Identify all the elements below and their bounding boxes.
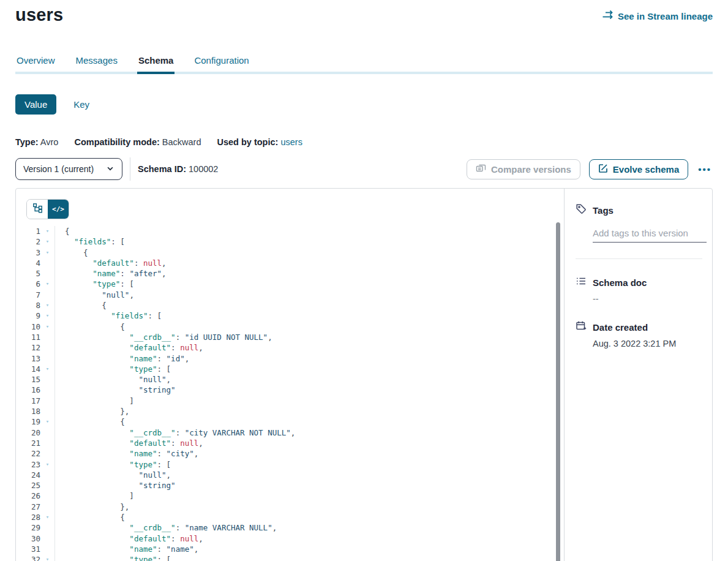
schema-type-label: Type: [15, 137, 39, 147]
fold-toggle-icon [40, 470, 54, 480]
page-header: users See in Stream lineage [15, 0, 713, 25]
chevron-down-icon [106, 164, 114, 175]
code-line: 26 ] [16, 491, 564, 501]
tab-messages[interactable]: Messages [75, 51, 119, 72]
code-text: "default": null, [55, 533, 203, 544]
line-number: 31 [16, 544, 40, 554]
code-line: 29 "__crdb__": "name VARCHAR NULL", [16, 522, 564, 533]
tab-overview[interactable]: Overview [15, 51, 56, 72]
fold-toggle-icon [40, 385, 54, 395]
code-view-button[interactable]: </> [48, 200, 69, 219]
code-line: 28▾ { [16, 512, 564, 522]
evolve-schema-label: Evolve schema [613, 164, 679, 175]
code-line: 10▾ { [16, 322, 564, 332]
line-number: 21 [16, 438, 40, 448]
fold-toggle-icon[interactable]: ▾ [40, 300, 54, 311]
code-line: 18 }, [16, 406, 564, 416]
fold-toggle-icon[interactable]: ▾ [40, 416, 54, 427]
code-text: "name": "city", [55, 448, 198, 459]
schema-editor-pane: </> 1▾{2▾ "fields": [3▾ {4 "default": nu… [16, 189, 564, 561]
code-line: 9▾ "fields": [ [16, 311, 564, 321]
line-number: 12 [16, 342, 40, 353]
more-options-button[interactable]: ••• [697, 162, 713, 177]
line-number: 2 [16, 236, 40, 247]
code-editor[interactable]: 1▾{2▾ "fields": [3▾ {4 "default": null,5… [16, 226, 564, 561]
line-number: 29 [16, 522, 40, 533]
fold-toggle-icon[interactable]: ▾ [40, 322, 54, 332]
code-line: 21 "default": null, [16, 438, 564, 448]
schema-meta-row: Type: Avro Compatibility mode: Backward … [15, 137, 713, 147]
code-line: 11 "__crdb__": "id UUID NOT NULL", [16, 332, 564, 342]
code-line: 14▾ "type": [ [16, 364, 564, 374]
fold-toggle-icon [40, 533, 54, 544]
key-toggle-button[interactable]: Key [71, 94, 92, 115]
page-title: users [15, 5, 63, 25]
compare-versions-button[interactable]: Compare versions [467, 159, 580, 179]
schema-card: </> 1▾{2▾ "fields": [3▾ {4 "default": nu… [15, 188, 713, 561]
fold-toggle-icon [40, 491, 54, 501]
evolve-schema-button[interactable]: Evolve schema [589, 159, 688, 179]
code-text: ] [55, 491, 134, 501]
line-number: 8 [16, 300, 40, 311]
code-line: 15 "null", [16, 374, 564, 385]
code-text: { [55, 247, 88, 258]
version-select-value: Version 1 (current) [23, 164, 94, 174]
tags-heading: Tags [593, 205, 614, 216]
editor-scrollbar[interactable] [556, 222, 560, 561]
version-select[interactable]: Version 1 (current) [15, 158, 122, 180]
list-icon [576, 276, 587, 289]
schema-doc-heading-row: Schema doc [576, 276, 705, 289]
value-toggle-button[interactable]: Value [15, 94, 56, 115]
fold-toggle-icon[interactable]: ▾ [40, 236, 54, 247]
code-line: 16 "string" [16, 385, 564, 395]
fold-toggle-icon[interactable]: ▾ [40, 311, 54, 321]
code-line: 1▾{ [16, 226, 564, 236]
compare-versions-icon [476, 163, 486, 175]
fold-toggle-icon [40, 522, 54, 533]
line-number: 4 [16, 258, 40, 268]
version-bar: Version 1 (current) Schema ID: 100002 Co… [15, 157, 713, 181]
line-number: 19 [16, 416, 40, 427]
fold-toggle-icon [40, 342, 54, 353]
code-text: "type": [ [55, 554, 171, 561]
code-line: 25 "string" [16, 480, 564, 491]
code-text: "default": null, [55, 438, 203, 448]
edit-schema-icon [598, 164, 608, 175]
fold-toggle-icon[interactable]: ▾ [40, 554, 54, 561]
line-number: 3 [16, 247, 40, 258]
code-line: 2▾ "fields": [ [16, 236, 564, 247]
tab-configuration[interactable]: Configuration [193, 51, 250, 72]
line-number: 23 [16, 459, 40, 470]
fold-toggle-icon[interactable]: ▾ [40, 279, 54, 289]
code-line: 5 "name": "after", [16, 268, 564, 279]
fold-toggle-icon[interactable]: ▾ [40, 459, 54, 470]
code-text: "__crdb__": "city VARCHAR NOT NULL", [55, 427, 295, 438]
fold-toggle-icon [40, 448, 54, 459]
code-text: "fields": [ [55, 311, 162, 321]
code-line: 6▾ "type": [ [16, 279, 564, 289]
line-number: 9 [16, 311, 40, 321]
line-number: 7 [16, 290, 40, 300]
tags-heading-row: Tags [576, 203, 705, 217]
line-number: 14 [16, 364, 40, 374]
code-line: 32▾ "type": [ [16, 554, 564, 561]
lineage-link-label: See in Stream lineage [618, 11, 713, 21]
fold-toggle-icon [40, 268, 54, 279]
topic-link[interactable]: users [280, 137, 302, 147]
fold-toggle-icon[interactable]: ▾ [40, 247, 54, 258]
code-text: { [55, 300, 107, 311]
fold-toggle-icon [40, 502, 54, 512]
fold-toggle-icon[interactable]: ▾ [40, 512, 54, 522]
line-number: 13 [16, 353, 40, 364]
fold-toggle-icon[interactable]: ▾ [40, 364, 54, 374]
code-text: "null", [55, 290, 134, 300]
date-created-heading-row: Date created [576, 320, 705, 334]
tab-schema[interactable]: Schema [137, 51, 175, 72]
tree-view-button[interactable] [27, 200, 48, 219]
fold-toggle-icon[interactable]: ▾ [40, 226, 54, 236]
compatibility-mode-label: Compatibility mode: [74, 137, 159, 147]
add-tags-input[interactable] [593, 227, 707, 243]
schema-type: Type: Avro [15, 137, 58, 147]
code-text: "default": null, [55, 258, 167, 268]
see-in-stream-lineage-link[interactable]: See in Stream lineage [602, 10, 713, 22]
